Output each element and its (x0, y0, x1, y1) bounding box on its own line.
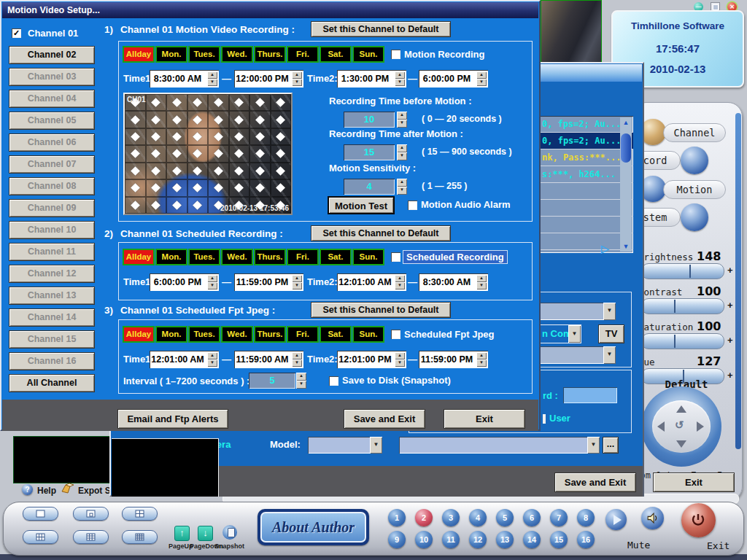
spin-down-icon[interactable]: ▼ (395, 359, 405, 367)
day-button-mon[interactable]: Mon. (155, 46, 187, 63)
spin-up-icon[interactable]: ▲ (395, 352, 405, 359)
channel-05-button[interactable]: Channel 05 (9, 112, 95, 130)
spin-up-icon[interactable]: ▲ (395, 275, 405, 282)
hue-plus[interactable]: + (727, 370, 733, 381)
channel-01-checkbox[interactable]: ✓ (12, 28, 21, 38)
day-button-thurs[interactable]: Thurs. (254, 326, 286, 343)
channel-04-button[interactable]: Channel 04 (9, 90, 95, 108)
channel-select-9[interactable]: 9 (388, 531, 406, 548)
refresh-icon[interactable]: ↺ (675, 419, 684, 432)
spin-up-icon[interactable]: ▲ (476, 275, 487, 282)
channel-select-8[interactable]: 8 (577, 509, 595, 526)
time-spinner[interactable]: ▲▼ (476, 275, 487, 289)
motion-grid-cell[interactable] (249, 111, 271, 128)
time1-to-field[interactable]: 11:59:00 PM▲▼ (234, 273, 303, 291)
spin-down-icon[interactable]: ▼ (476, 359, 487, 367)
motion-audio-alarm-checkbox[interactable] (408, 201, 417, 210)
motion-grid-cell[interactable] (187, 163, 209, 179)
ptz-left-icon[interactable] (657, 421, 665, 432)
before-motion-field[interactable]: 10 (344, 112, 395, 128)
motion-grid-cell[interactable] (187, 94, 209, 111)
section3-set-default-button[interactable]: Set this Channel to Default (311, 302, 451, 318)
spin-down-icon[interactable]: ▼ (395, 282, 405, 289)
motion-grid-cell[interactable] (208, 145, 229, 162)
time1-to-field[interactable]: 11:59:00 AM▲▼ (234, 351, 303, 368)
day-button-mon[interactable]: Mon. (155, 326, 187, 343)
chevron-down-icon[interactable]: ▼ (587, 437, 600, 454)
motion-grid-cell[interactable] (187, 179, 209, 196)
password-input[interactable] (563, 387, 617, 403)
motion-grid-cell[interactable] (271, 145, 292, 162)
sensitivity-spinner[interactable]: ▲▼ (397, 179, 407, 195)
channel-select-2[interactable]: 2 (415, 509, 433, 526)
channel-11-button[interactable]: Channel 11 (9, 243, 95, 261)
motion-grid-cell[interactable] (146, 94, 167, 111)
channel-select-14[interactable]: 14 (523, 531, 541, 548)
spin-up-icon[interactable]: ▲ (296, 373, 306, 381)
chevron-down-icon[interactable]: ▼ (603, 346, 616, 364)
spin-up-icon[interactable]: ▲ (292, 352, 302, 359)
day-button-tues[interactable]: Tues. (188, 249, 220, 265)
question-icon[interactable]: ? (22, 484, 33, 495)
spin-up-icon[interactable]: ▲ (207, 71, 217, 79)
browse-button[interactable]: ... (603, 437, 619, 454)
channel-select-3[interactable]: 3 (442, 509, 460, 526)
system-mode-button[interactable] (681, 203, 708, 231)
motion-grid-cell[interactable] (125, 145, 146, 162)
motion-grid-cell[interactable] (166, 94, 187, 111)
record-mode-button[interactable] (681, 147, 708, 174)
motion-grid-cell[interactable] (229, 111, 250, 128)
spin-up-icon[interactable]: ▲ (476, 352, 487, 359)
spin-up-icon[interactable]: ▲ (476, 71, 487, 79)
saturation-plus[interactable]: + (727, 335, 733, 346)
brightness-slider[interactable] (641, 263, 724, 279)
day-button-sun[interactable]: Sun. (352, 326, 384, 343)
scheduled-ftp-checkbox[interactable] (391, 330, 400, 339)
channel-12-button[interactable]: Channel 12 (9, 265, 95, 283)
motion-grid-cell[interactable] (271, 128, 292, 145)
contrast-plus[interactable]: + (727, 300, 733, 311)
time2-to-field[interactable]: 8:30:00 AM▲▼ (419, 273, 488, 291)
spin-down-icon[interactable]: ▼ (476, 79, 487, 86)
day-button-wed[interactable]: Wed. (221, 326, 253, 343)
layout-pip-button[interactable] (73, 507, 109, 521)
book-icon[interactable] (61, 483, 76, 494)
day-button-tues[interactable]: Tues. (188, 46, 220, 63)
tv-button[interactable]: TV (598, 324, 624, 343)
day-button-fri[interactable]: Fri. (287, 249, 319, 265)
channel-select-12[interactable]: 12 (469, 531, 487, 548)
motion-grid-cell[interactable] (271, 163, 292, 179)
motion-grid-cell[interactable] (125, 163, 146, 179)
motion-grid-cell[interactable] (271, 94, 292, 111)
motion-grid-cell[interactable] (249, 179, 271, 196)
log-scrollbar[interactable]: ▲ ▼ (620, 117, 632, 252)
spin-down-icon[interactable]: ▼ (292, 359, 302, 367)
export-label[interactable]: Expot S (78, 486, 111, 496)
exit-button[interactable]: Exit (653, 472, 735, 492)
motion-grid-cell[interactable] (249, 163, 271, 179)
channel-select-5[interactable]: 5 (496, 509, 514, 526)
channel-select-15[interactable]: 15 (550, 531, 568, 548)
channel-15-button[interactable]: Channel 15 (9, 330, 95, 349)
ptz-dpad[interactable]: ↺ (641, 386, 721, 467)
spin-up-icon[interactable]: ▲ (207, 275, 217, 282)
layout-6-button[interactable] (23, 530, 58, 544)
motion-grid-cell[interactable] (208, 111, 229, 128)
help-label[interactable]: Help (37, 486, 56, 496)
interval-field[interactable]: 5 (249, 373, 295, 389)
spin-down-icon[interactable]: ▼ (395, 79, 405, 86)
motion-grid-cell[interactable] (166, 197, 187, 214)
time2-to-field[interactable]: 11:59:00 PM▲▼ (419, 351, 488, 368)
day-button-sat[interactable]: Sat. (320, 326, 352, 343)
time1-from-field[interactable]: 8:30:00 AM▲▼ (150, 70, 219, 88)
section1-set-default-button[interactable]: Set this Channel to Default (311, 21, 451, 37)
time-spinner[interactable]: ▲▼ (207, 71, 217, 86)
channel-08-button[interactable]: Channel 08 (9, 177, 95, 195)
motion-grid-cell[interactable] (229, 128, 250, 145)
channel-select-11[interactable]: 11 (442, 531, 460, 548)
channel-select-13[interactable]: 13 (496, 531, 514, 548)
motion-grid-cell[interactable] (146, 128, 167, 145)
log-hscroll-icon[interactable]: ▷ (601, 243, 609, 254)
day-button-fri[interactable]: Fri. (287, 46, 319, 63)
motion-grid-cell[interactable] (125, 197, 146, 214)
